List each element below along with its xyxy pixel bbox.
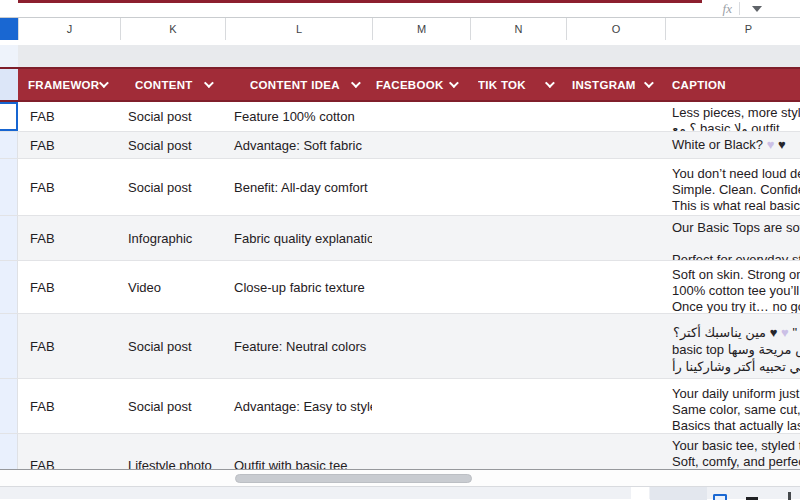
cell-content-idea[interactable]: Close-up fabric texture [225, 261, 372, 313]
column-header-P[interactable]: P [665, 18, 800, 40]
cell-caption[interactable]: White or Black? ♥ ♥ [665, 132, 800, 158]
row-sliver-cell[interactable] [0, 159, 18, 215]
cell-caption[interactable]: مين يناسبك أكتر؟ ♥ ♥ "basic top مش بس مر… [665, 314, 800, 378]
cell-framework[interactable]: FAB [18, 216, 120, 260]
cell-facebook[interactable] [372, 216, 470, 260]
cell-instgram[interactable] [566, 159, 665, 215]
formula-bar-caret-icon[interactable] [752, 6, 762, 12]
row-sliver-cell[interactable] [0, 379, 18, 433]
cell-content[interactable]: Infographic [120, 216, 225, 260]
cell-tiktok[interactable] [470, 159, 566, 215]
cell-tiktok[interactable] [470, 132, 566, 158]
column-header-M[interactable]: M [372, 18, 470, 40]
cell-tiktok[interactable] [470, 379, 566, 433]
cell-facebook[interactable] [372, 379, 470, 433]
cell-tiktok[interactable] [470, 434, 566, 469]
caption-text: Our Basic Tops are sof [672, 220, 800, 235]
header-content-idea[interactable]: CONTENT IDEA [225, 69, 372, 100]
cell-content-idea[interactable]: Fabric quality explanation [225, 216, 372, 260]
cell-framework[interactable]: FAB [18, 261, 120, 313]
cell-facebook[interactable] [372, 434, 470, 469]
header-framework[interactable]: FRAMEWORK [18, 69, 120, 100]
row-sliver-cell[interactable] [0, 434, 18, 469]
cell-facebook[interactable] [372, 102, 470, 131]
column-header-N[interactable]: N [470, 18, 566, 40]
cell-content[interactable]: Social post [120, 102, 225, 131]
cell-facebook[interactable] [372, 314, 470, 378]
column-header-K[interactable]: K [120, 18, 225, 40]
cell-caption[interactable]: Your daily uniform justSame color, same … [665, 379, 800, 433]
cell-caption[interactable]: Soft on skin. Strong on100% cotton tee y… [665, 261, 800, 313]
cell-content-idea[interactable]: Outfit with basic tee [225, 434, 372, 469]
caption-line: مين يناسبك أكتر؟ ♥ ♥ " [672, 324, 797, 341]
cell-facebook[interactable] [372, 261, 470, 313]
horizontal-scrollbar[interactable] [0, 469, 800, 486]
cell-content-idea[interactable]: Advantage: Easy to style [225, 379, 372, 433]
column-header-J[interactable]: J [18, 18, 120, 40]
cell-framework[interactable]: FAB [18, 314, 120, 378]
cell-content[interactable]: Social post [120, 314, 225, 378]
cell-tiktok[interactable] [470, 216, 566, 260]
table-row: FABSocial postAdvantage: Easy to styleYo… [0, 379, 800, 434]
cell-instgram[interactable] [566, 132, 665, 158]
cell-framework[interactable]: FAB [18, 159, 120, 215]
filter-chevron-icon[interactable] [99, 78, 109, 88]
column-header-O[interactable]: O [566, 18, 665, 40]
row-sliver-cell[interactable] [0, 314, 18, 378]
cell-instgram[interactable] [566, 216, 665, 260]
cell-facebook[interactable] [372, 159, 470, 215]
cell-facebook[interactable] [372, 132, 470, 158]
cell-framework[interactable]: FAB [18, 379, 120, 433]
selected-column-header[interactable] [0, 18, 18, 40]
sheet-tab-icon[interactable] [713, 494, 727, 500]
cell-tiktok[interactable] [470, 261, 566, 313]
row-sliver-cell[interactable] [0, 132, 18, 158]
cell-content-idea[interactable]: Feature: Neutral colors [225, 314, 372, 378]
cell-caption[interactable]: Our Basic Tops are sofPerfect for everyd… [665, 216, 800, 260]
cell-tiktok[interactable] [470, 314, 566, 378]
cell-framework[interactable]: FAB [18, 132, 120, 158]
cell-content[interactable]: Social post [120, 379, 225, 433]
row-sliver-cell[interactable] [0, 261, 18, 313]
cell-tiktok[interactable] [470, 102, 566, 131]
header-tik-tok[interactable]: TIK TOK [470, 69, 566, 100]
cell-content-idea[interactable]: Benefit: All-day comfort [225, 159, 372, 215]
cell-framework[interactable]: FAB [18, 434, 120, 469]
cell-content[interactable]: Video [120, 261, 225, 313]
cell-caption[interactable]: Your basic tee, styled tSoft, comfy, and… [665, 434, 800, 469]
cell-caption[interactable]: You don’t need loud deSimple. Clean. Con… [665, 159, 800, 215]
cell-content[interactable]: Lifestyle photo [120, 434, 225, 469]
function-icon[interactable]: fx [723, 1, 732, 17]
cell-instgram[interactable] [566, 102, 665, 131]
column-header-L[interactable]: L [225, 18, 372, 40]
header-content[interactable]: CONTENT [120, 69, 225, 100]
caption-line: Soft on skin. Strong on [672, 267, 800, 283]
cell-instgram[interactable] [566, 314, 665, 378]
filter-chevron-icon[interactable] [545, 78, 555, 88]
cell-instgram[interactable] [566, 261, 665, 313]
cell-caption[interactable]: Less pieces, more styl؟ مع basic ولا out… [665, 102, 800, 131]
cell-instgram[interactable] [566, 434, 665, 469]
caption-text: Less pieces, more styl [672, 105, 800, 120]
cell-content[interactable]: Social post [120, 132, 225, 158]
header-facebook[interactable]: FACEBOOK [372, 69, 470, 100]
filter-chevron-icon[interactable] [351, 78, 361, 88]
scrollbar-thumb[interactable] [235, 474, 472, 483]
cell-content-idea[interactable]: Advantage: Soft fabric [225, 132, 372, 158]
header-caption[interactable]: CAPTION [665, 69, 800, 100]
table-row: FABVideoClose-up fabric textureSoft on s… [0, 261, 800, 314]
cell-content-idea[interactable]: Feature 100% cotton [225, 102, 372, 131]
header-label: CAPTION [672, 79, 726, 91]
filter-chevron-icon[interactable] [449, 78, 459, 88]
caption-line: This is what real basic [672, 198, 800, 214]
caption-text: 100% cotton tee you’ll [672, 283, 799, 298]
filter-chevron-icon[interactable] [204, 78, 214, 88]
row-sliver-cell[interactable] [0, 216, 18, 260]
caption-text: Same color, same cut, [672, 402, 800, 417]
selected-cell[interactable] [0, 102, 18, 131]
cell-framework[interactable]: FAB [18, 102, 120, 131]
cell-instgram[interactable] [566, 379, 665, 433]
filter-chevron-icon[interactable] [644, 78, 654, 88]
header-instgram[interactable]: INSTGRAM [566, 69, 665, 100]
cell-content[interactable]: Social post [120, 159, 225, 215]
